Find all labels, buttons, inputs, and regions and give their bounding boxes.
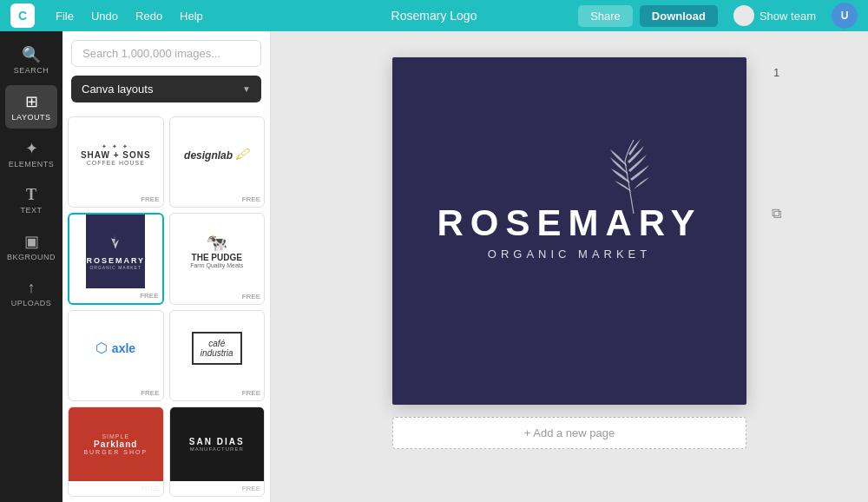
elements-icon: ✦ [25, 139, 38, 158]
dropdown-label: Canva layouts [82, 83, 153, 96]
layout-card-pudge[interactable]: 🐄 THE PUDGE Farm Quality Meats FREE [169, 213, 266, 306]
rosemary-preview: ROSEMARY ORGANIC MARKET [69, 215, 162, 288]
share-button[interactable]: Share [578, 5, 633, 27]
background-icon: ▣ [24, 232, 39, 251]
shaw-content: ✦ ✦ ✦ SHAW + SONS COFFEE HOUSE [81, 143, 151, 166]
axle-badge: FREE [141, 389, 159, 397]
show-team-label: Show team [760, 10, 816, 23]
menu-file[interactable]: File [49, 6, 81, 26]
sandias-content: SAN DIAS MANUFACTURER [189, 437, 245, 452]
add-page-button[interactable]: + Add a new page [392, 417, 746, 449]
copy-page-icon[interactable]: ⧉ [772, 206, 781, 221]
cafe-title: café [201, 339, 233, 348]
shaw-subtitle: COFFEE HOUSE [81, 160, 151, 166]
canvas-area: ROSEMARY ORGANIC MARKET 1 ⧉ + Add a new … [271, 31, 868, 502]
layout-card-axle[interactable]: ⬡ axle FREE [68, 310, 164, 401]
layout-card-designlab[interactable]: designlab 🖊 FREE [169, 116, 266, 208]
design-canvas[interactable]: ROSEMARY ORGANIC MARKET [392, 57, 746, 405]
sandias-badge: FREE [242, 485, 260, 492]
document-title: Rosemary Logo [391, 9, 477, 23]
sidebar-label-layouts: LAYOUTS [12, 113, 51, 122]
designlab-preview: designlab 🖊 [170, 117, 265, 191]
pudge-preview: 🐄 THE PUDGE Farm Quality Meats [170, 214, 265, 287]
layouts-dropdown[interactable]: Canva layouts ▼ [71, 76, 261, 102]
pudge-badge: FREE [242, 293, 260, 301]
rosemary-branch-mini [102, 232, 128, 253]
panel-search-area [62, 31, 270, 76]
cafe-badge: FREE [242, 389, 260, 397]
sidebar-item-uploads[interactable]: ↑ UPLOADS [5, 272, 57, 314]
main-layout: 🔍 SEARCH ⊞ LAYOUTS ✦ ELEMENTS T TEXT ▣ B… [0, 31, 868, 502]
menu-redo[interactable]: Redo [128, 6, 169, 26]
shaw-title: SHAW + SONS [81, 150, 151, 160]
rosemary-card-bg: ROSEMARY ORGANIC MARKET [86, 215, 145, 288]
shaw-preview: ✦ ✦ ✦ SHAW + SONS COFFEE HOUSE [69, 117, 163, 191]
sidebar-item-search[interactable]: 🔍 SEARCH [5, 38, 57, 82]
sandias-preview: SAN DIAS MANUFACTURER [170, 407, 265, 481]
sandias-title: SAN DIAS [189, 437, 245, 446]
rosemary-badge: FREE [140, 292, 158, 300]
text-icon: T [26, 186, 36, 204]
layouts-grid: ✦ ✦ ✦ SHAW + SONS COFFEE HOUSE FREE desi… [62, 111, 270, 502]
canvas-wrapper: ROSEMARY ORGANIC MARKET 1 ⧉ [392, 57, 746, 405]
cafe-preview: café industria [170, 311, 265, 385]
sidebar-label-search: SEARCH [14, 66, 49, 75]
pudge-title: THE PUDGE [190, 253, 243, 262]
axle-logo-text: axle [112, 341, 135, 355]
search-icon: 🔍 [22, 45, 41, 64]
pudge-content: 🐄 THE PUDGE Farm Quality Meats [187, 228, 247, 272]
parkland-title: Parkland [83, 439, 148, 449]
layout-card-shaw[interactable]: ✦ ✦ ✦ SHAW + SONS COFFEE HOUSE FREE [68, 116, 164, 208]
parkland-sub: BURGER SHOP [83, 449, 148, 455]
layouts-panel: Canva layouts ▼ ✦ ✦ ✦ SHAW + SONS COFFEE… [62, 31, 271, 502]
uploads-icon: ↑ [28, 279, 36, 297]
menu-undo[interactable]: Undo [84, 6, 125, 26]
rosemary-card-title: ROSEMARY [86, 256, 145, 265]
parkland-badge: FREE [141, 485, 159, 492]
parkland-preview: SIMPLE Parkland BURGER SHOP [69, 407, 163, 481]
topbar: C File Undo Redo Help Rosemary Logo Shar… [0, 0, 868, 31]
dropdown-arrow-icon: ▼ [242, 84, 251, 94]
branch-decoration [590, 127, 677, 222]
menu-help[interactable]: Help [173, 6, 210, 26]
pudge-sub: Farm Quality Meats [190, 262, 243, 268]
layout-card-sandias[interactable]: SAN DIAS MANUFACTURER FREE [169, 406, 266, 498]
layouts-icon: ⊞ [25, 92, 38, 111]
team-avatar-placeholder [733, 5, 754, 26]
sidebar-label-text: TEXT [20, 206, 42, 215]
layout-card-parkland[interactable]: SIMPLE Parkland BURGER SHOP FREE [68, 406, 164, 498]
axle-preview: ⬡ axle [69, 311, 163, 385]
topbar-right: Share Download Show team U [578, 1, 858, 30]
sidebar-item-elements[interactable]: ✦ ELEMENTS [5, 132, 57, 175]
parkland-content: SIMPLE Parkland BURGER SHOP [83, 433, 148, 455]
axle-content: ⬡ axle [95, 340, 135, 356]
page-number: 1 [773, 66, 779, 79]
rosemary-card-sub: ORGANIC MARKET [89, 265, 141, 270]
show-team-button[interactable]: Show team [725, 1, 825, 30]
sidebar-item-background[interactable]: ▣ BKGROUND [5, 225, 57, 268]
canvas-sub-text: ORGANIC MARKET [488, 248, 651, 261]
sidebar-label-background: BKGROUND [7, 253, 56, 261]
user-avatar[interactable]: U [832, 3, 858, 29]
page-controls: 1 ⧉ [772, 57, 781, 221]
sidebar-item-layouts[interactable]: ⊞ LAYOUTS [5, 85, 57, 129]
sandias-sub: MANUFACTURER [189, 446, 245, 452]
download-button[interactable]: Download [640, 5, 718, 27]
sidebar-item-text[interactable]: T TEXT [5, 179, 57, 221]
topbar-menu: File Undo Redo Help [49, 6, 210, 26]
shaw-badge: FREE [141, 195, 159, 203]
designlab-badge: FREE [242, 195, 260, 203]
layout-card-rosemary[interactable]: ROSEMARY ORGANIC MARKET FREE [68, 213, 164, 306]
canva-logo[interactable]: C [10, 3, 35, 28]
sidebar-label-uploads: UPLOADS [11, 299, 52, 307]
layout-card-cafe[interactable]: café industria FREE [169, 310, 266, 401]
search-input[interactable] [71, 40, 261, 67]
cafe-content: café industria [192, 332, 242, 365]
canva-logo-icon: C [10, 3, 35, 28]
designlab-content: designlab 🖊 [184, 147, 249, 162]
cafe-subtitle: industria [201, 348, 233, 358]
sidebar-label-elements: ELEMENTS [9, 160, 55, 168]
left-sidebar: 🔍 SEARCH ⊞ LAYOUTS ✦ ELEMENTS T TEXT ▣ B… [0, 31, 62, 502]
